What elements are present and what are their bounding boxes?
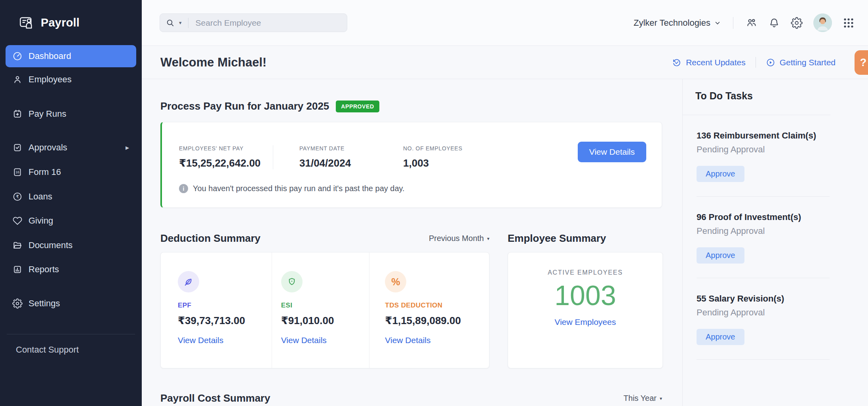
sidebar-item-giving[interactable]: Giving [6, 212, 136, 230]
payrun-title: Process Pay Run for January 2025 [160, 100, 329, 112]
search-scope-caret-icon[interactable]: ▾ [179, 20, 182, 26]
app-logo[interactable]: Payroll [0, 0, 142, 45]
view-details-button[interactable]: View Details [578, 142, 646, 162]
sidebar-item-pay-runs[interactable]: Pay Runs [6, 105, 136, 123]
topbar-actions: Zylker Technologies [634, 13, 855, 32]
search-icon[interactable] [166, 18, 175, 28]
epf-label: EPF [178, 302, 272, 309]
main-column: ▾ Zylker Technologies [142, 0, 868, 406]
deduction-period-dropdown[interactable]: Previous Month ▾ [429, 234, 489, 243]
tds-column: % TDS DEDUCTION ₹1,15,89,089.00 View Det… [369, 252, 489, 368]
active-employees-count: 1003 [508, 282, 662, 309]
user-avatar[interactable] [813, 13, 832, 32]
caret-down-icon: ▾ [487, 236, 489, 241]
epf-value: ₹39,73,713.00 [178, 315, 272, 327]
payroll-cost-section-header: Payroll Cost Summary This Year ▾ [160, 392, 662, 404]
status-badge: APPROVED [336, 101, 379, 112]
sidebar-item-settings[interactable]: Settings [6, 294, 136, 313]
payroll-logo-icon [19, 15, 34, 30]
svg-text:16: 16 [15, 170, 19, 174]
tds-label: TDS DEDUCTION [385, 302, 489, 309]
payroll-cost-period-dropdown[interactable]: This Year ▾ [624, 394, 662, 403]
deduction-card: EPF ₹39,73,713.00 View Details ESI ₹91,0… [160, 252, 489, 368]
payrun-card: EMPLOYEES' NET PAY ₹15,25,22,642.00 PAYM… [160, 122, 662, 208]
sidebar-item-approvals[interactable]: Approvals ▸ [6, 138, 136, 157]
todo-task-salary-revision: 55 Salary Revision(s) Pending Approval A… [695, 278, 868, 360]
tds-view-details-link[interactable]: View Details [385, 336, 430, 345]
reports-chart-icon [12, 264, 23, 275]
app-grid-icon[interactable] [843, 17, 855, 29]
active-employees-label: ACTIVE EMPLOYEES [508, 269, 662, 276]
employee-summary-section: Employee Summary ACTIVE EMPLOYEES 1003 V… [508, 232, 663, 368]
view-employees-link[interactable]: View Employees [555, 317, 616, 327]
sidebar-item-loans[interactable]: ₹ Loans [6, 188, 136, 206]
tds-value: ₹1,15,89,089.00 [385, 315, 489, 327]
payrun-warning: i You haven't processed this pay run and… [179, 184, 405, 193]
leaf-icon [178, 271, 199, 292]
submenu-chevron-icon: ▸ [126, 143, 129, 152]
approvals-icon [12, 142, 23, 153]
caret-down-icon: ▾ [660, 396, 662, 401]
stat-payment-date: PAYMENT DATE 31/04/2024 [273, 145, 387, 169]
users-icon[interactable] [746, 17, 758, 29]
todo-title: To Do Tasks [695, 90, 868, 102]
sidebar-item-employees[interactable]: Employees [6, 70, 136, 89]
sidebar-nav: Dashboard Employees Pay Runs Approvals [0, 45, 142, 313]
approve-button[interactable]: Approve [697, 329, 744, 345]
organization-selector[interactable]: Zylker Technologies [634, 18, 721, 28]
giving-heart-icon [12, 216, 23, 226]
sidebar: Payroll Dashboard Employees Pay Runs [0, 0, 142, 406]
epf-view-details-link[interactable]: View Details [178, 336, 223, 345]
approve-button[interactable]: Approve [697, 166, 744, 182]
esi-value: ₹91,010.00 [281, 315, 369, 327]
info-icon: i [179, 184, 188, 193]
help-button[interactable]: ? [855, 50, 868, 75]
pay-runs-icon [12, 109, 23, 119]
sidebar-item-form-16[interactable]: 16 Form 16 [6, 163, 136, 181]
summary-sections: Deduction Summary Previous Month ▾ [160, 232, 662, 368]
employee-summary-title: Employee Summary [508, 232, 606, 245]
employees-icon [12, 74, 23, 85]
deduction-summary-section: Deduction Summary Previous Month ▾ [160, 232, 489, 368]
topbar: ▾ Zylker Technologies [142, 0, 868, 46]
sidebar-item-documents[interactable]: Documents [6, 236, 136, 254]
contact-support-link[interactable]: Contact Support [0, 341, 142, 359]
payroll-dashboard-app: Payroll Dashboard Employees Pay Runs [0, 0, 868, 406]
sidebar-divider [7, 334, 135, 334]
recent-updates-link[interactable]: Recent Updates [672, 58, 746, 67]
settings-gear-icon[interactable] [791, 17, 803, 29]
recent-updates-icon [672, 58, 681, 67]
stat-employee-count: NO. OF EMPLOYEES 1,003 [387, 145, 478, 169]
todo-task-investment-proof: 96 Proof of Investment(s) Pending Approv… [695, 197, 868, 278]
chevron-down-icon [714, 20, 721, 26]
esi-view-details-link[interactable]: View Details [281, 336, 327, 345]
sidebar-item-reports[interactable]: Reports [6, 260, 136, 279]
dashboard-main: Process Pay Run for January 2025 APPROVE… [142, 79, 682, 406]
employee-summary-card: ACTIVE EMPLOYEES 1003 View Employees [508, 252, 663, 368]
notifications-bell-icon[interactable] [768, 17, 780, 29]
todo-task-reimbursement: 136 Reimbursement Claim(s) Pending Appro… [695, 115, 868, 197]
search-input[interactable] [195, 18, 341, 28]
form-16-icon: 16 [12, 167, 23, 177]
esi-column: ESI ₹91,010.00 View Details [272, 252, 369, 368]
shield-icon [281, 271, 303, 292]
epf-column: EPF ₹39,73,713.00 View Details [161, 252, 272, 368]
header-links: Recent Updates Getting Started [672, 57, 836, 68]
links-separator [756, 57, 756, 68]
topbar-separator [733, 17, 733, 29]
app-title: Payroll [41, 16, 80, 29]
svg-text:₹: ₹ [16, 194, 19, 199]
welcome-header: Welcome Michael! Recent Updates Getting … [142, 46, 868, 79]
sidebar-item-dashboard[interactable]: Dashboard [6, 45, 136, 67]
getting-started-link[interactable]: Getting Started [766, 58, 836, 67]
loans-rupee-icon: ₹ [12, 192, 23, 202]
payrun-section-header: Process Pay Run for January 2025 APPROVE… [160, 100, 662, 112]
content-area: Process Pay Run for January 2025 APPROVE… [142, 79, 868, 406]
esi-label: ESI [281, 302, 369, 309]
settings-gear-icon [12, 298, 23, 309]
payroll-cost-title: Payroll Cost Summary [160, 392, 270, 404]
percent-icon: % [385, 271, 406, 292]
play-circle-icon [766, 58, 775, 67]
deduction-summary-title: Deduction Summary [160, 232, 261, 245]
approve-button[interactable]: Approve [697, 247, 744, 264]
